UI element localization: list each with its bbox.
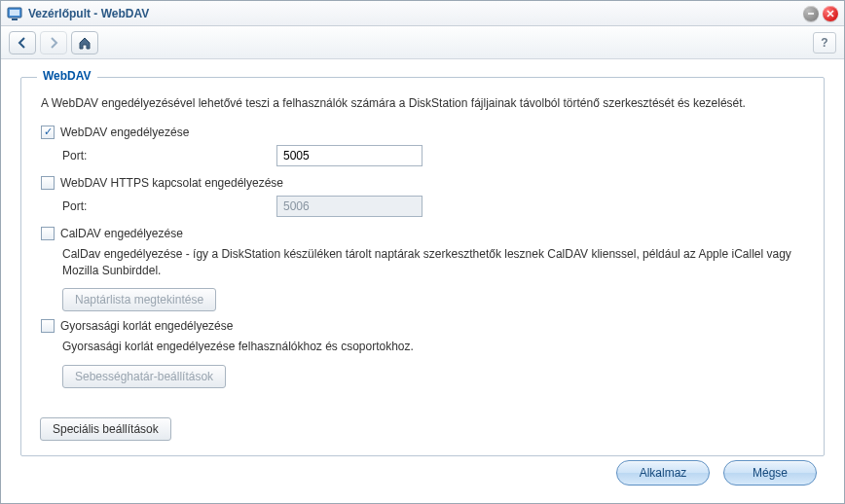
titlebar: Vezérlőpult - WebDAV <box>1 1 844 26</box>
speedlimit-row: Gyorsasági korlát engedélyezése <box>41 319 804 333</box>
webdav-port-input[interactable] <box>276 145 422 166</box>
nav-toolbar: ? <box>1 26 844 59</box>
forward-button[interactable] <box>40 31 67 54</box>
content-area: WebDAV A WebDAV engedélyezésével lehetőv… <box>1 59 844 503</box>
svg-rect-3 <box>808 13 814 15</box>
webdav-https-port-row: Port: <box>62 196 804 217</box>
dialog-footer: Alkalmaz Mégse <box>616 460 817 486</box>
fieldset-legend: WebDAV <box>37 69 97 83</box>
webdav-port-label: Port: <box>62 149 276 162</box>
webdav-fieldset: WebDAV A WebDAV engedélyezésével lehetőv… <box>20 77 825 456</box>
back-button[interactable] <box>9 31 36 54</box>
caldav-row: CalDAV engedélyezése <box>41 227 804 240</box>
speedlimit-checkbox[interactable] <box>41 319 55 333</box>
help-button[interactable]: ? <box>813 32 836 54</box>
minimize-button[interactable] <box>803 6 819 21</box>
webdav-port-row: Port: <box>62 145 804 166</box>
webdav-https-port-label: Port: <box>62 199 276 213</box>
app-icon <box>7 6 22 21</box>
webdav-enable-label: WebDAV engedélyezése <box>60 126 189 139</box>
apply-button[interactable]: Alkalmaz <box>616 460 710 486</box>
svg-rect-2 <box>12 18 18 20</box>
webdav-https-label: WebDAV HTTPS kapcsolat engedélyezése <box>60 176 283 190</box>
webdav-https-checkbox[interactable] <box>41 176 55 190</box>
webdav-https-row: WebDAV HTTPS kapcsolat engedélyezése <box>41 176 804 190</box>
home-button[interactable] <box>71 31 98 54</box>
window-controls <box>803 6 838 21</box>
webdav-enable-checkbox[interactable]: ✓ <box>41 126 55 139</box>
svg-rect-1 <box>10 10 19 16</box>
advanced-settings-button[interactable]: Speciális beállítások <box>40 417 171 441</box>
webdav-enable-row: ✓ WebDAV engedélyezése <box>41 126 804 139</box>
caldav-checkbox[interactable] <box>41 227 55 240</box>
caldav-info: CalDav engedélyezése - így a DiskStation… <box>62 246 804 279</box>
speedlimit-info: Gyorsasági korlát engedélyezése felhaszn… <box>62 339 804 355</box>
cancel-button[interactable]: Mégse <box>723 460 817 486</box>
calendar-list-button: Naptárlista megtekintése <box>62 288 216 311</box>
fieldset-description: A WebDAV engedélyezésével lehetővé teszi… <box>41 95 804 112</box>
window-title: Vezérlőpult - WebDAV <box>28 7 797 20</box>
speedlimit-label: Gyorsasági korlát engedélyezése <box>60 319 233 333</box>
close-button[interactable] <box>823 6 838 21</box>
caldav-label: CalDAV engedélyezése <box>60 227 183 240</box>
webdav-https-port-input <box>276 196 422 217</box>
speedlimit-settings-button: Sebességhatár-beállítások <box>62 365 226 388</box>
